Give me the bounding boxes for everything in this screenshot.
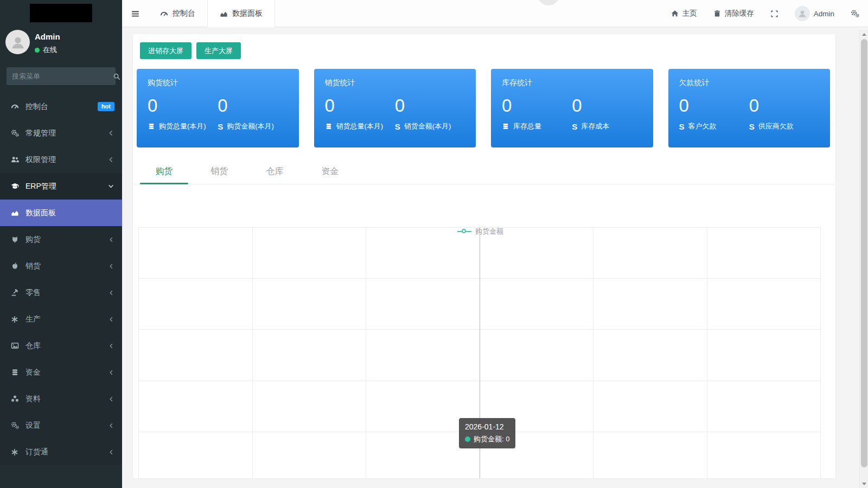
stat-card-title: 销货统计	[325, 78, 465, 88]
sidebar-item-label: 常规管理	[25, 129, 107, 138]
vertical-scrollbar[interactable]	[859, 30, 868, 488]
database-icon	[325, 123, 333, 130]
hamburger-menu-icon[interactable]	[122, 0, 148, 27]
user-menu[interactable]: Admin	[795, 6, 834, 21]
sidebar-item-settings[interactable]: 设置	[0, 412, 122, 439]
avatar[interactable]	[5, 30, 30, 54]
online-dot-icon	[35, 48, 40, 53]
gavel-icon	[10, 288, 20, 297]
sidebar-item-general-mgmt[interactable]: 常规管理	[0, 120, 122, 146]
clear-cache-link[interactable]: 清除缓存	[713, 9, 754, 18]
chevron-left-icon	[108, 422, 114, 429]
users-icon	[10, 156, 20, 164]
sidebar-menu: 控制台 hot 常规管理 权限管理 ERP管理 数据面板	[0, 93, 122, 465]
sidebar-item-label: 资料	[25, 394, 108, 404]
settings-button[interactable]	[851, 9, 859, 18]
stat-cards-row: 购货统计 0 购货总量(本月) 0 S购货金额(本月) 销货统计 0	[137, 69, 830, 147]
sidebar-item-permission-mgmt[interactable]: 权限管理	[0, 146, 122, 173]
sidebar-item-production[interactable]: 生产	[0, 306, 122, 332]
navbar-tab-label: 控制台	[173, 9, 195, 18]
cat-icon	[10, 235, 20, 243]
apple-icon	[10, 262, 20, 270]
app-logo[interactable]	[30, 4, 92, 22]
avatar	[795, 6, 810, 21]
sidebar-item-dashboard[interactable]: 控制台 hot	[0, 93, 122, 120]
sidebar-item-label: 权限管理	[25, 155, 107, 165]
sidebar-item-label: 生产	[25, 314, 108, 324]
chevron-left-icon	[107, 156, 114, 163]
big-screen-buttons: 进销存大屏 生产大屏	[140, 42, 241, 59]
money-icon: S	[749, 123, 755, 131]
chevron-left-icon	[108, 236, 114, 243]
tab-warehouse[interactable]: 仓库	[251, 160, 299, 184]
sidebar-item-warehouse[interactable]: 仓库	[0, 332, 122, 359]
asterisk-icon	[10, 316, 20, 323]
stat-value: 0	[502, 94, 572, 117]
sidebar-item-retail[interactable]: 零售	[0, 279, 122, 306]
sidebar-item-label: ERP管理	[25, 182, 107, 191]
stat-value: 0	[395, 94, 465, 117]
scrollbar-thumb[interactable]	[861, 39, 867, 467]
tab-sales[interactable]: 销货	[195, 160, 244, 184]
stat-value: 0	[572, 94, 642, 117]
sidebar-item-label: 数据面板	[25, 208, 114, 218]
sidebar-item-materials[interactable]: 资料	[0, 386, 122, 412]
chevron-left-icon	[108, 343, 114, 349]
database-icon	[10, 368, 20, 376]
sidebar-item-dinghuotong[interactable]: 订货通	[0, 439, 122, 465]
stat-label: 库存成本	[581, 121, 609, 131]
fullscreen-button[interactable]	[770, 10, 778, 18]
chart-tooltip: 2026-01-12 购货金额: 0	[459, 418, 515, 448]
gears-icon	[851, 9, 859, 18]
scroll-up-arrow-icon[interactable]	[860, 30, 868, 38]
chevron-left-icon	[108, 369, 114, 376]
sidebar-item-label: 销货	[25, 261, 108, 271]
navbar-tab-data-panel[interactable]: 数据面板	[207, 0, 275, 27]
fullscreen-icon	[770, 10, 778, 18]
asterisk-icon	[10, 448, 20, 456]
stat-card-purchase: 购货统计 0 购货总量(本月) 0 S购货金额(本月)	[137, 69, 299, 147]
scroll-down-arrow-icon[interactable]	[860, 479, 868, 488]
gauge-icon	[10, 102, 20, 111]
sidebar-item-sales[interactable]: 销货	[0, 253, 122, 279]
user-status-label: 在线	[43, 45, 57, 55]
gauge-icon	[160, 10, 168, 18]
stat-label: 购货总量(本月)	[159, 121, 206, 131]
chevron-left-icon	[108, 290, 114, 296]
user-panel: Admin 在线	[5, 30, 117, 62]
chevron-left-icon	[108, 396, 114, 402]
stat-card-sales: 销货统计 0 销货总量(本月) 0 S销货金额(本月)	[314, 69, 476, 147]
production-bigscreen-button[interactable]: 生产大屏	[196, 42, 241, 59]
search-icon[interactable]	[113, 67, 120, 85]
inventory-bigscreen-button[interactable]: 进销存大屏	[140, 42, 192, 59]
stat-label: 库存总量	[513, 121, 541, 131]
money-icon: S	[572, 123, 577, 131]
money-icon: S	[679, 123, 685, 131]
navbar-tab-label: 数据面板	[232, 9, 263, 18]
navbar-tab-console[interactable]: 控制台	[148, 0, 207, 27]
home-icon	[671, 10, 679, 17]
sidebar-item-label: 资金	[25, 368, 108, 377]
stat-label: 销货金额(本月)	[404, 121, 451, 131]
sidebar-item-label: 订货通	[25, 447, 108, 457]
home-link[interactable]: 主页	[671, 9, 697, 18]
sidebar-item-purchase[interactable]: 购货	[0, 226, 122, 253]
sidebar-item-erp-mgmt[interactable]: ERP管理	[0, 173, 122, 200]
tab-purchase[interactable]: 购货	[140, 160, 188, 184]
sidebar-item-funds[interactable]: 资金	[0, 359, 122, 386]
user-status: 在线	[35, 45, 60, 55]
area-chart-icon	[10, 209, 20, 217]
tab-funds[interactable]: 资金	[306, 160, 354, 184]
sidebar-item-label: 仓库	[25, 341, 108, 351]
chevron-left-icon	[108, 316, 114, 323]
clear-cache-label: 清除缓存	[725, 9, 754, 18]
search-input[interactable]	[7, 67, 113, 85]
database-icon	[502, 123, 509, 130]
sidebar-item-data-panel[interactable]: 数据面板	[0, 200, 122, 226]
top-navbar: 控制台 数据面板 主页 清除缓存 Admin	[122, 0, 868, 27]
image-icon	[10, 342, 20, 350]
top-notch	[537, 0, 560, 5]
stat-value: 0	[749, 94, 819, 117]
stat-label: 销货总量(本月)	[336, 121, 384, 131]
chevron-left-icon	[107, 130, 114, 137]
